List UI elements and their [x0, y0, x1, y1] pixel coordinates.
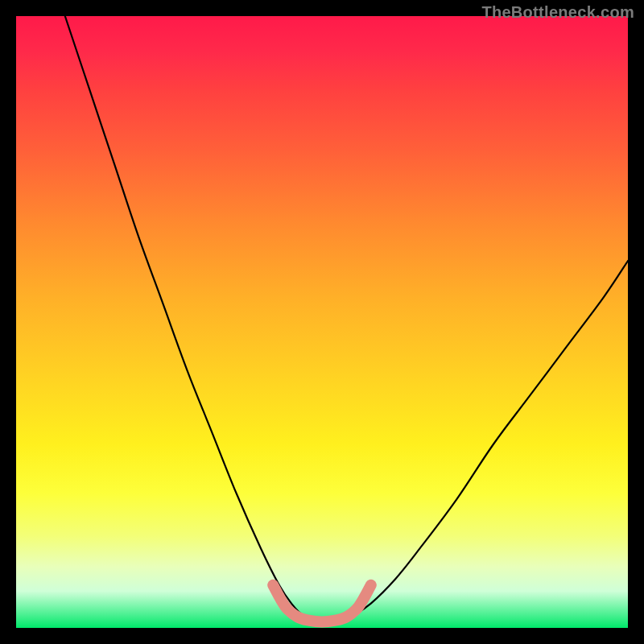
chart-plot-area — [16, 16, 628, 628]
bottleneck-curve — [65, 16, 628, 622]
watermark-text: TheBottleneck.com — [481, 3, 634, 22]
bottleneck-chart-svg — [16, 16, 628, 628]
optimal-zone-highlight — [273, 585, 371, 622]
